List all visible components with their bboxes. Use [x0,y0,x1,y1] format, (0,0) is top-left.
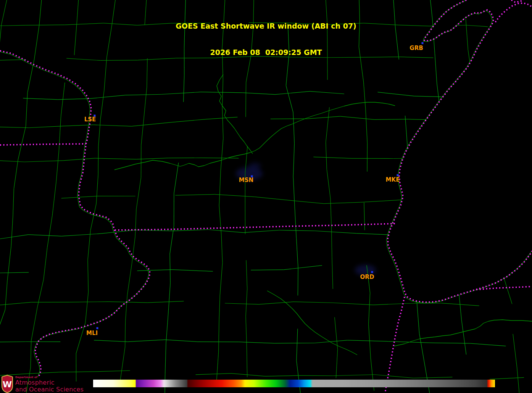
credit-line-2: and Oceanic Sciences [15,387,84,393]
county-line [458,287,461,320]
county-line [327,169,330,198]
county-line [251,270,284,270]
county-line [488,208,500,243]
title-line-1: GOES East Shortwave IR window (ABI ch 07… [0,22,532,31]
county-line [14,159,18,189]
credit-dept-line: Department of [15,376,84,379]
county-line [23,98,58,99]
county-line [95,158,136,159]
county-line [246,82,246,117]
county-line [265,375,299,376]
county-line [436,264,477,266]
county-line [208,230,243,233]
county-line [225,303,259,304]
county-line [524,145,530,174]
county-line [297,329,298,361]
county-line [473,83,481,116]
river-lines [114,74,532,355]
county-line [165,343,166,374]
county-line [275,91,310,94]
county-line [298,268,298,296]
county-line [135,209,136,237]
county-line [486,177,488,208]
county-line [202,158,239,158]
county-line [205,117,238,119]
county-line [427,231,467,236]
county-line [0,342,26,342]
county-line [393,235,427,236]
county-line [69,302,109,302]
county-line [93,125,131,126]
county-line [31,341,31,368]
wisconsin-river [114,102,395,170]
county-line [0,302,31,306]
county-line [299,375,333,376]
county-line [29,126,61,128]
county-line [61,234,101,236]
county-line [443,120,484,121]
county-line [295,204,297,238]
county-line [28,235,61,236]
station-label-mke: MKE [386,176,400,183]
station-mke: MKE [386,174,400,184]
county-line [467,231,506,232]
county-line [11,215,13,246]
county-line [168,283,170,316]
county-line [184,75,184,102]
county-line [120,347,125,380]
county-line [172,119,205,122]
county-line [374,119,408,119]
county-line [174,163,179,193]
county-line [393,158,426,158]
county-line [242,93,275,95]
county-line [125,321,126,347]
county-line [284,266,322,270]
county-line [326,142,327,169]
county-line [196,374,231,375]
station-lse: LSE [84,115,96,123]
station-label-msn: MSN [239,177,253,184]
county-line [413,377,452,378]
county-line [170,226,174,254]
county-line [429,343,470,343]
county-line [315,231,356,234]
county-line [333,303,373,305]
county-line [293,143,294,177]
county-line [63,158,95,161]
county-line [136,178,141,209]
county-line [440,112,445,147]
county-line [26,93,27,126]
county-line [293,177,294,204]
image-title: GOES East Shortwave IR window (ABI ch 07… [0,4,532,66]
county-line [484,143,486,177]
uw-crest-logo: W [1,375,13,393]
county-line [360,200,400,202]
county-line [313,157,352,158]
color-scale-bar [93,380,495,387]
county-line [293,112,294,143]
county-line [498,165,532,166]
county-line [417,302,419,334]
county-line [94,340,127,342]
county-line [221,235,222,263]
county-line [100,90,104,119]
county-line [165,340,197,341]
county-line [59,372,97,372]
station-label-lse: LSE [84,116,96,123]
county-line [147,301,184,303]
station-ord: ORD [360,271,374,281]
county-line [219,171,221,206]
county-line [201,92,242,93]
county-line [219,295,220,323]
county-line [369,324,371,358]
county-line [98,119,101,147]
station-label-ord: ORD [360,274,374,280]
il-in-border [385,297,405,393]
county-line [126,295,127,321]
county-line [333,375,375,376]
county-line [97,370,130,372]
county-line [411,205,411,237]
county-line [31,307,37,341]
county-line [144,87,147,119]
county-line [172,270,213,271]
